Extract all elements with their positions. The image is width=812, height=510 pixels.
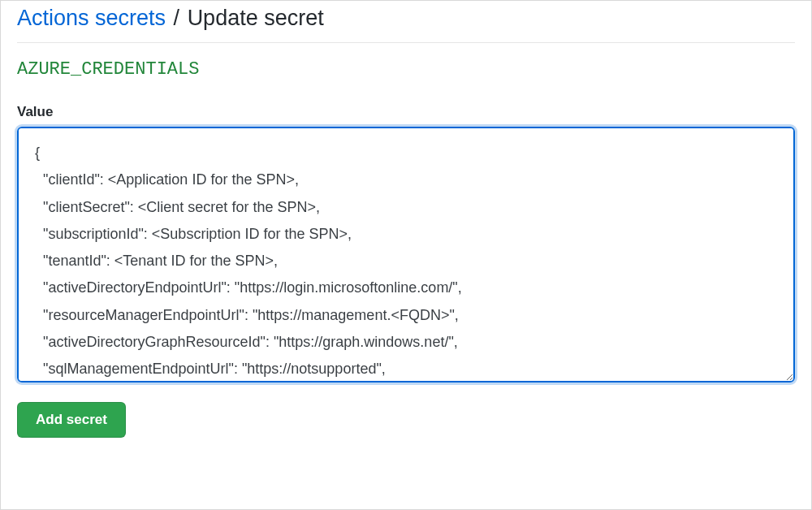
breadcrumb-separator: /	[174, 6, 180, 30]
breadcrumb-current: Update secret	[188, 6, 324, 30]
breadcrumb-link-actions-secrets[interactable]: Actions secrets	[17, 6, 166, 30]
add-secret-button[interactable]: Add secret	[17, 402, 126, 438]
secret-name: AZURE_CREDENTIALS	[17, 59, 795, 80]
secret-value-input[interactable]	[17, 127, 795, 382]
value-label: Value	[17, 104, 795, 120]
breadcrumb: Actions secrets / Update secret	[17, 6, 795, 43]
update-secret-page: Actions secrets / Update secret AZURE_CR…	[1, 1, 811, 454]
